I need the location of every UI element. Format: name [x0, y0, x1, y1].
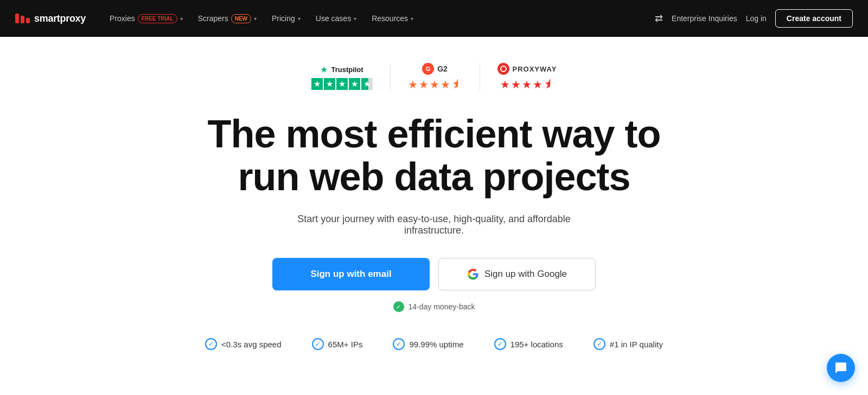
trustpilot-header: ★ Trustpilot — [320, 64, 363, 75]
stat-locations-label: 195+ locations — [510, 340, 563, 349]
nav-item-use-cases[interactable]: Use cases ▾ — [309, 10, 363, 27]
signup-email-button[interactable]: Sign up with email — [272, 258, 430, 290]
pw-star-2: ★ — [511, 78, 521, 91]
enterprise-inquiries-link[interactable]: Enterprise Inquiries — [672, 14, 737, 23]
nav-item-scrapers[interactable]: Scrapers NEW ▾ — [192, 10, 263, 28]
proxyway-header: PROXYWAY — [497, 63, 557, 75]
stat-quality-label: #1 in IP quality — [610, 340, 663, 349]
google-icon — [467, 268, 479, 280]
money-back-label: 14-day money-back — [409, 302, 475, 311]
nav-links: Proxies FREE TRIAL ▾ Scrapers NEW ▾ Pric… — [103, 10, 655, 28]
trustpilot-stars: ★ ★ ★ ★ ★ — [311, 78, 373, 90]
nav-right: ⇄ Enterprise Inquiries Log in Create acc… — [655, 9, 853, 28]
nav-item-proxies[interactable]: Proxies FREE TRIAL ▾ — [103, 10, 189, 28]
proxyway-brand: PROXYWAY — [513, 65, 557, 73]
star-4: ★ — [349, 78, 360, 90]
stat-uptime: ✓ 99.99% uptime — [393, 338, 463, 350]
resources-chevron-icon: ▾ — [411, 16, 413, 22]
scrapers-badge: NEW — [231, 14, 251, 23]
stat-uptime-label: 99.99% uptime — [409, 340, 463, 349]
nav-item-pricing[interactable]: Pricing ▾ — [265, 10, 307, 27]
shield-icon: ✓ — [393, 301, 404, 312]
translate-icon[interactable]: ⇄ — [655, 12, 663, 24]
money-back-row: ✓ 14-day money-back — [393, 301, 475, 312]
hero-subtitle: Start your journey with easy-to-use, hig… — [271, 213, 597, 236]
g2-stars: ★ ★ ★ ★ ⯨ — [408, 78, 462, 91]
logo[interactable]: smartproxy — [15, 13, 86, 24]
scrapers-chevron-icon: ▾ — [254, 16, 257, 22]
nav-pricing-label: Pricing — [272, 14, 295, 23]
g2-star-1: ★ — [408, 78, 418, 91]
g2-star-2: ★ — [419, 78, 429, 91]
trustpilot-brand: Trustpilot — [331, 66, 363, 74]
trustpilot-star-icon: ★ — [320, 64, 328, 75]
nav-use-cases-label: Use cases — [316, 14, 351, 23]
stat-quality-check-icon: ✓ — [593, 338, 605, 350]
use-cases-chevron-icon: ▾ — [354, 16, 356, 22]
proxyway-logo-icon — [497, 63, 509, 75]
star-5: ★ — [361, 78, 373, 90]
stat-ips: ✓ 65M+ IPs — [312, 338, 363, 350]
hero-title: The most efficient way to run web data p… — [201, 113, 667, 198]
login-link[interactable]: Log in — [746, 14, 767, 23]
main-content: ★ Trustpilot ★ ★ ★ ★ ★ G G2 ★ ★ ★ ★ ⯨ — [0, 37, 868, 372]
stat-speed-label: <0.3s avg speed — [221, 340, 282, 349]
signup-google-button[interactable]: Sign up with Google — [438, 258, 596, 290]
nav-scrapers-label: Scrapers — [198, 14, 228, 23]
cta-buttons: Sign up with email Sign up with Google — [272, 258, 596, 290]
stat-ips-check-icon: ✓ — [312, 338, 324, 350]
create-account-button[interactable]: Create account — [775, 9, 853, 28]
stat-locations: ✓ 195+ locations — [494, 338, 563, 350]
proxies-chevron-icon: ▾ — [180, 16, 183, 22]
g2-star-5: ⯨ — [451, 78, 462, 91]
nav-proxies-label: Proxies — [110, 14, 135, 23]
chat-icon — [834, 361, 847, 372]
g2-brand: G2 — [437, 64, 448, 73]
pw-star-5: ⯨ — [544, 78, 554, 91]
stat-quality: ✓ #1 in IP quality — [593, 338, 663, 350]
stat-uptime-check-icon: ✓ — [393, 338, 405, 350]
pw-star-4: ★ — [533, 78, 542, 91]
pw-star-1: ★ — [500, 78, 510, 91]
pw-star-3: ★ — [522, 78, 532, 91]
star-3: ★ — [336, 78, 348, 90]
stat-locations-check-icon: ✓ — [494, 338, 506, 350]
g2-star-4: ★ — [441, 78, 450, 91]
pricing-chevron-icon: ▾ — [298, 16, 301, 22]
proxyway-stars: ★ ★ ★ ★ ⯨ — [500, 78, 554, 91]
logo-text: smartproxy — [34, 13, 86, 24]
star-1: ★ — [311, 78, 323, 90]
trustpilot-rating: ★ Trustpilot ★ ★ ★ ★ ★ — [294, 64, 391, 90]
logo-icon — [15, 14, 30, 23]
nav-item-resources[interactable]: Resources ▾ — [365, 10, 420, 27]
stat-speed-check-icon: ✓ — [205, 338, 217, 350]
nav-resources-label: Resources — [372, 14, 408, 23]
stats-row: ✓ <0.3s avg speed ✓ 65M+ IPs ✓ 99.99% up… — [190, 338, 678, 350]
ratings-row: ★ Trustpilot ★ ★ ★ ★ ★ G G2 ★ ★ ★ ★ ⯨ — [294, 63, 575, 91]
star-2: ★ — [324, 78, 335, 90]
g2-header: G G2 — [422, 63, 448, 75]
navbar: smartproxy Proxies FREE TRIAL ▾ Scrapers… — [0, 0, 868, 37]
g2-rating: G G2 ★ ★ ★ ★ ⯨ — [391, 63, 480, 91]
stat-ips-label: 65M+ IPs — [328, 340, 363, 349]
g2-logo-icon: G — [422, 63, 434, 75]
proxies-badge: FREE TRIAL — [138, 14, 177, 23]
g2-star-3: ★ — [430, 78, 439, 91]
proxyway-rating: PROXYWAY ★ ★ ★ ★ ⯨ — [480, 63, 575, 91]
stat-speed: ✓ <0.3s avg speed — [205, 338, 282, 350]
signup-google-label: Sign up with Google — [484, 269, 567, 280]
